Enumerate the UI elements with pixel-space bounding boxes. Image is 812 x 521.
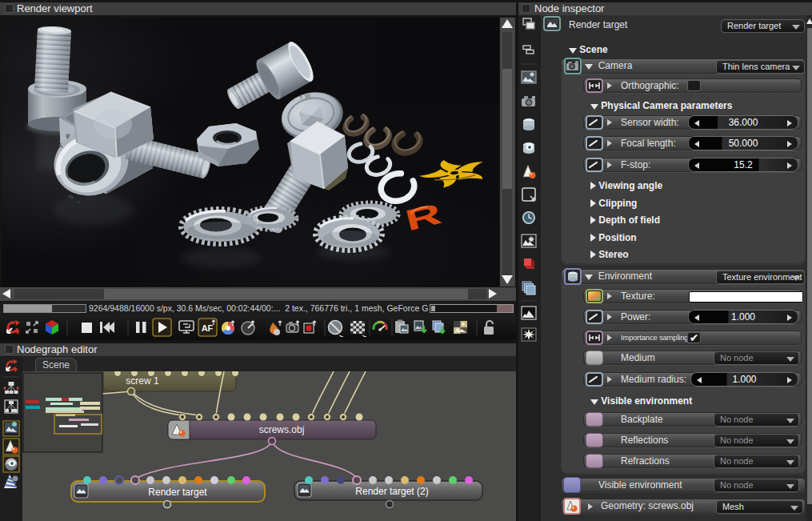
svg-text:screws.obj: screws.obj [259,424,305,435]
svg-text:screw 1: screw 1 [126,375,159,387]
svg-text:Render target (2): Render target (2) [355,486,428,497]
svg-text:Render target: Render target [148,487,207,498]
svg-text:AF: AF [202,323,214,333]
